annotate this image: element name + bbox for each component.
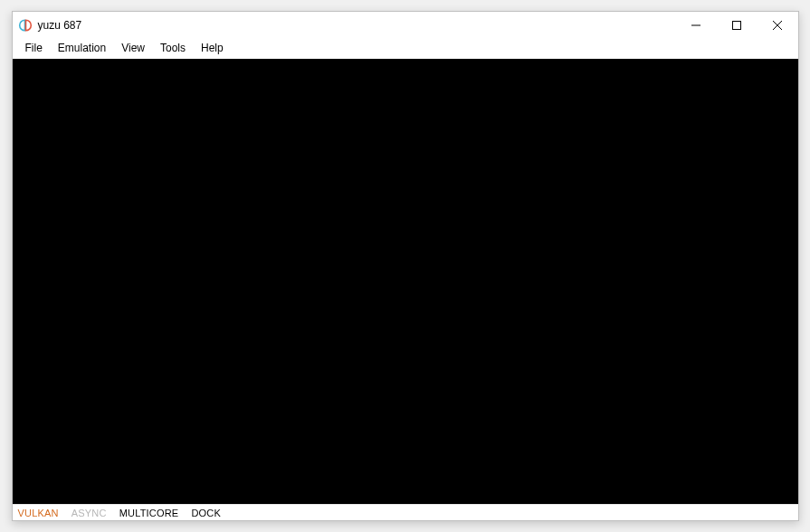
status-async[interactable]: ASYNC — [71, 508, 107, 518]
close-button[interactable] — [758, 12, 798, 39]
menu-file[interactable]: File — [19, 40, 49, 56]
status-dock[interactable]: DOCK — [191, 508, 221, 518]
menu-help[interactable]: Help — [195, 40, 230, 56]
statusbar: VULKAN ASYNC MULTICORE DOCK — [13, 504, 798, 520]
yuzu-icon — [18, 18, 33, 33]
minimize-button[interactable] — [676, 12, 717, 39]
menubar: File Emulation View Tools Help — [13, 39, 798, 59]
window-controls — [676, 12, 798, 39]
titlebar-left: yuzu 687 — [18, 18, 82, 33]
menu-view[interactable]: View — [115, 40, 151, 56]
menu-emulation[interactable]: Emulation — [52, 40, 112, 56]
menu-tools[interactable]: Tools — [154, 40, 192, 56]
status-multicore[interactable]: MULTICORE — [119, 508, 179, 518]
status-vulkan[interactable]: VULKAN — [18, 508, 59, 518]
titlebar[interactable]: yuzu 687 — [13, 12, 798, 39]
emulator-viewport[interactable] — [13, 59, 798, 504]
svg-rect-1 — [733, 22, 741, 30]
window-title: yuzu 687 — [38, 19, 82, 32]
maximize-button[interactable] — [717, 12, 758, 39]
application-window: yuzu 687 File Emulation View Tools Help … — [12, 11, 799, 521]
